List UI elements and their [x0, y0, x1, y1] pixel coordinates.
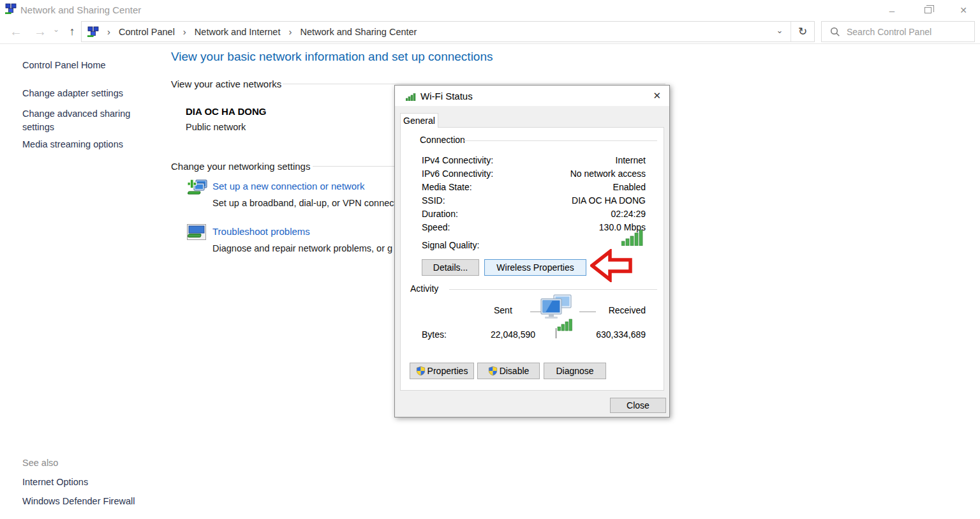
network-app-icon: [5, 3, 17, 17]
networking-settings-heading: Change your networking settings: [171, 161, 310, 172]
minimize-icon[interactable]: –: [881, 3, 903, 18]
setup-connection-description: Set up a broadband, dial-up, or VPN conn…: [212, 198, 394, 208]
row-label: Speed:: [422, 222, 450, 232]
page-title: View your basic network information and …: [171, 50, 493, 64]
uac-shield-icon: [488, 366, 498, 376]
dialog-close-icon[interactable]: ✕: [653, 90, 661, 102]
connection-row: Media State: Enabled: [401, 182, 665, 195]
tab-general[interactable]: General: [400, 113, 438, 128]
forward-icon[interactable]: →: [31, 19, 50, 43]
troubleshoot-icon: [187, 224, 206, 243]
up-icon[interactable]: ↑: [64, 19, 80, 43]
disable-button-label: Disable: [500, 366, 530, 376]
red-arrow-annotation: [590, 249, 632, 285]
sidebar-item-change-adapter-settings[interactable]: Change adapter settings: [22, 88, 123, 98]
breadcrumb-control-panel[interactable]: Control Panel: [119, 27, 175, 37]
disable-button[interactable]: Disable: [477, 363, 540, 379]
row-value: 02:24:29: [464, 209, 646, 219]
navigation-toolbar: ← → ⌄ ↑ › Control Panel › Network and In…: [0, 19, 980, 44]
restore-icon[interactable]: [917, 3, 939, 18]
search-input[interactable]: [847, 27, 961, 37]
bytes-separator: [556, 328, 556, 338]
search-box[interactable]: [821, 21, 975, 42]
network-name: DIA OC HA DONG: [186, 106, 266, 117]
wifi-signal-icon: [406, 92, 416, 103]
address-dropdown-icon[interactable]: ⌄: [769, 26, 791, 38]
sidebar-item-windows-defender-firewall[interactable]: Windows Defender Firewall: [22, 496, 135, 506]
breadcrumb-separator: ›: [183, 26, 186, 37]
wireless-properties-button[interactable]: Wireless Properties: [484, 259, 586, 276]
dialog-titlebar: Wi-Fi Status ✕: [395, 86, 669, 106]
sidebar-item-media-streaming[interactable]: Media streaming options: [22, 139, 123, 149]
network-computers-icon: [538, 294, 575, 335]
signal-bars-icon: [621, 230, 645, 248]
troubleshoot-link[interactable]: Troubleshoot problems: [212, 226, 310, 237]
connection-row: IPv6 Connectivity: No network access: [401, 169, 665, 181]
received-label: Received: [595, 305, 646, 315]
see-also-heading: See also: [22, 458, 58, 468]
sidebar-item-internet-options[interactable]: Internet Options: [22, 477, 88, 487]
connection-group-label: Connection: [418, 135, 467, 145]
activity-group-label: Activity: [408, 283, 440, 294]
search-icon: [830, 27, 840, 37]
breadcrumb-separator: ›: [288, 26, 292, 37]
troubleshoot-description: Diagnose and repair network problems, or…: [212, 243, 394, 253]
network-breadcrumb-icon: [87, 26, 99, 38]
row-value: DIA OC HA DONG: [464, 195, 646, 206]
dash-line: [579, 312, 596, 312]
section-divider: [283, 84, 665, 84]
breadcrumb-separator: ›: [107, 26, 110, 37]
new-connection-icon: [187, 177, 209, 201]
wifi-status-dialog: Wi-Fi Status ✕ General Connection IPv4 C…: [394, 85, 670, 417]
details-button[interactable]: Details...: [422, 259, 479, 276]
group-divider: [449, 289, 657, 290]
active-networks-heading: View your active networks: [171, 79, 281, 89]
properties-button-label: Properties: [427, 366, 468, 376]
address-bar[interactable]: › Control Panel › Network and Internet ›…: [81, 21, 815, 42]
row-value: No network access: [464, 169, 646, 179]
uac-shield-icon: [416, 366, 426, 376]
connection-row: Duration: 02:24:29: [401, 209, 665, 222]
breadcrumb-network-sharing-center[interactable]: Network and Sharing Center: [300, 27, 417, 37]
setup-connection-link[interactable]: Set up a new connection or network: [212, 181, 364, 192]
bytes-sent-value: 22,048,590: [461, 329, 535, 340]
row-value: 130.0 Mbps: [464, 222, 646, 232]
properties-button[interactable]: Properties: [410, 363, 474, 379]
sidebar-item-control-panel-home[interactable]: Control Panel Home: [22, 60, 106, 70]
bytes-received-value: 630,334,689: [572, 329, 646, 340]
network-type: Public network: [186, 122, 246, 132]
sidebar-item-change-advanced-sharing[interactable]: Change advanced sharing settings: [22, 107, 150, 134]
history-chevron-icon[interactable]: ⌄: [51, 19, 61, 43]
group-divider: [464, 140, 657, 141]
row-label: Duration:: [422, 209, 458, 219]
back-icon[interactable]: ←: [6, 19, 26, 43]
dialog-title: Wi-Fi Status: [420, 91, 473, 102]
connection-row: SSID: DIA OC HA DONG: [401, 195, 665, 208]
row-label: SSID:: [422, 195, 445, 206]
window-title: Network and Sharing Center: [20, 4, 141, 15]
window-titlebar: Network and Sharing Center – ✕: [0, 0, 980, 19]
app-window: Network and Sharing Center – ✕ ← → ⌄ ↑ ›…: [0, 0, 980, 519]
refresh-icon[interactable]: ↻: [791, 25, 814, 38]
dialog-tab-page: Connection IPv4 Connectivity: Internet I…: [400, 127, 664, 391]
row-value: Internet: [464, 155, 646, 165]
dialog-close-button[interactable]: Close: [610, 398, 666, 413]
sent-label: Sent: [494, 305, 512, 315]
close-icon[interactable]: ✕: [953, 3, 974, 18]
connection-row: IPv4 Connectivity: Internet: [401, 155, 665, 168]
bytes-label: Bytes:: [422, 329, 447, 340]
diagnose-button[interactable]: Diagnose: [544, 363, 606, 379]
row-value: Enabled: [464, 182, 646, 192]
breadcrumb-network-and-internet[interactable]: Network and Internet: [195, 27, 281, 37]
signal-quality-label: Signal Quality:: [422, 240, 479, 250]
